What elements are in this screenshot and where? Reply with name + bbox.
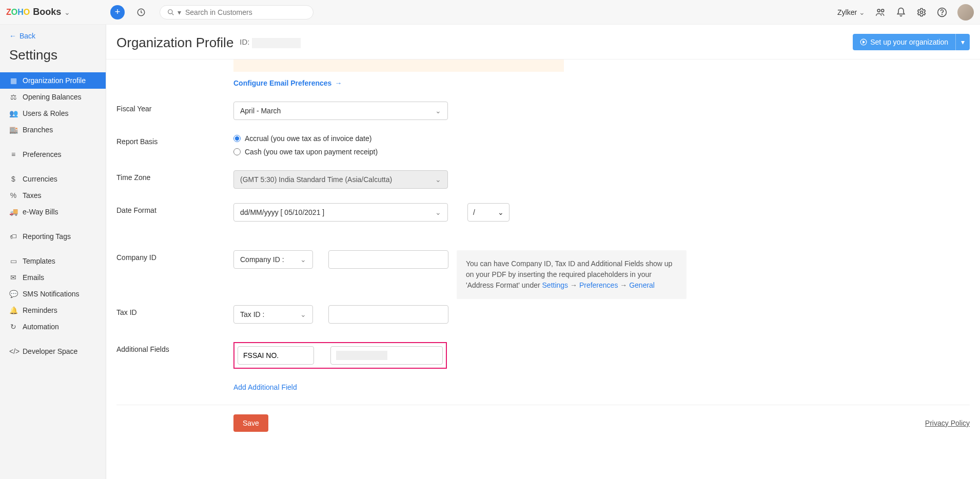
sidebar-item-users-roles[interactable]: 👥Users & Roles [0, 105, 106, 122]
sidebar: ← Back Settings ▦Organization Profile ⚖O… [0, 25, 106, 479]
org-id-label: ID: [240, 37, 300, 48]
users-icon: 👥 [9, 109, 17, 117]
chevron-down-icon: ⌄ [435, 208, 441, 216]
fiscal-year-select[interactable]: April - March⌄ [233, 102, 448, 120]
additional-field-name-input[interactable] [238, 346, 314, 365]
play-circle-icon [860, 38, 867, 46]
sidebar-item-sms[interactable]: 💬SMS Notifications [0, 286, 106, 302]
settings-link[interactable]: Settings [542, 281, 569, 289]
search-bar[interactable]: ▾ [160, 5, 313, 19]
timezone-select[interactable]: (GMT 5:30) India Standard Time (Asia/Cal… [233, 170, 448, 189]
timezone-label: Time Zone [116, 170, 233, 182]
additional-field-value-input[interactable] [330, 346, 443, 365]
topbar: ZOHO Books ⌄ + ▾ Zylker ⌄ [0, 0, 980, 25]
sidebar-item-taxes[interactable]: %Taxes [0, 187, 106, 204]
company-id-input[interactable] [328, 250, 448, 269]
date-separator-select[interactable]: /⌄ [467, 203, 509, 222]
tax-id-input[interactable] [328, 305, 448, 324]
divider [116, 405, 970, 405]
org-id-value-redacted [252, 38, 301, 48]
preferences-link[interactable]: Preferences [579, 281, 618, 289]
svg-point-4 [920, 11, 923, 13]
sliders-icon: ≡ [9, 150, 17, 158]
search-icon [167, 9, 174, 16]
sms-icon: 💬 [9, 290, 17, 298]
arrow-right-icon: → [335, 79, 342, 87]
sidebar-item-branches[interactable]: 🏬Branches [0, 122, 106, 138]
info-box: You can have Company ID, Tax ID and Addi… [457, 250, 687, 299]
additional-fields-label: Additional Fields [116, 342, 233, 353]
books-logo: Books [33, 7, 61, 17]
chevron-down-icon[interactable]: ⌄ [64, 8, 70, 16]
svg-point-6 [942, 14, 943, 14]
refer-icon[interactable] [875, 7, 886, 17]
tax-id-label: Tax ID [116, 305, 233, 316]
sidebar-item-eway-bills[interactable]: 🚚e-Way Bills [0, 204, 106, 220]
page-header: Organization Profile ID: Set up your org… [106, 25, 980, 59]
report-basis-label: Report Basis [116, 134, 233, 146]
organization-switcher[interactable]: Zylker ⌄ [837, 8, 865, 16]
chevron-down-icon: ⌄ [300, 310, 306, 318]
sidebar-item-developer-space[interactable]: </>Developer Space [0, 343, 106, 360]
save-button[interactable]: Save [233, 414, 268, 432]
chevron-down-icon: ⌄ [435, 175, 441, 184]
logo[interactable]: ZOHO Books ⌄ [6, 7, 106, 17]
sidebar-item-currencies[interactable]: $Currencies [0, 171, 106, 187]
main: Organization Profile ID: Set up your org… [106, 25, 980, 479]
arrow-left-icon: ← [9, 32, 16, 40]
sidebar-title: Settings [0, 44, 106, 72]
sidebar-item-reporting-tags[interactable]: 🏷Reporting Tags [0, 228, 106, 245]
company-id-select[interactable]: Company ID :⌄ [233, 250, 313, 269]
building-icon: ▦ [9, 76, 17, 85]
report-basis-accrual[interactable]: Accrual (you owe tax as of invoice date) [233, 134, 378, 143]
sidebar-item-automation[interactable]: ↻Automation [0, 318, 106, 335]
back-link[interactable]: ← Back [0, 25, 106, 44]
branches-icon: 🏬 [9, 126, 17, 134]
dateformat-select[interactable]: dd/MM/yyyy [ 05/10/2021 ]⌄ [233, 203, 448, 222]
quick-create-button[interactable]: + [110, 5, 125, 19]
add-additional-field-link[interactable]: Add Additional Field [233, 383, 970, 391]
svg-point-3 [881, 9, 884, 12]
privacy-policy-link[interactable]: Privacy Policy [925, 419, 970, 427]
gear-icon[interactable] [916, 7, 927, 17]
balance-icon: ⚖ [9, 93, 17, 101]
info-banner [233, 59, 564, 72]
additional-field-highlight [233, 342, 447, 369]
zoho-logo: ZOHO [6, 8, 30, 17]
code-icon: </> [9, 347, 17, 355]
search-input[interactable] [185, 8, 306, 16]
dateformat-label: Date Format [116, 203, 233, 214]
tag-icon: 🏷 [9, 232, 17, 241]
sidebar-item-opening-balances[interactable]: ⚖Opening Balances [0, 89, 106, 105]
tax-id-select[interactable]: Tax ID :⌄ [233, 305, 313, 324]
sidebar-item-preferences[interactable]: ≡Preferences [0, 146, 106, 163]
company-id-label: Company ID [116, 250, 233, 262]
bell-icon[interactable] [896, 7, 906, 17]
setup-dropdown-caret[interactable]: ▾ [955, 34, 970, 50]
report-basis-cash[interactable]: Cash (you owe tax upon payment receipt) [233, 148, 378, 156]
chevron-down-icon: ⌄ [498, 208, 504, 216]
sidebar-item-emails[interactable]: ✉Emails [0, 269, 106, 286]
sidebar-item-templates[interactable]: ▭Templates [0, 253, 106, 269]
page-title: Organization Profile [116, 35, 233, 51]
svg-point-2 [877, 9, 880, 12]
sidebar-item-organization-profile[interactable]: ▦Organization Profile [0, 72, 106, 89]
chevron-down-icon: ⌄ [300, 255, 306, 264]
currency-icon: $ [9, 175, 17, 183]
back-label: Back [19, 32, 35, 40]
general-link[interactable]: General [629, 281, 655, 289]
reminder-icon: 🔔 [9, 306, 17, 314]
history-icon[interactable] [134, 5, 148, 19]
template-icon: ▭ [9, 257, 17, 265]
sidebar-item-reminders[interactable]: 🔔Reminders [0, 302, 106, 318]
setup-organization-button[interactable]: Set up your organization ▾ [853, 34, 970, 50]
tax-icon: % [9, 191, 17, 199]
configure-email-link[interactable]: Configure Email Preferences → [233, 79, 970, 87]
search-scope-chevron-icon[interactable]: ▾ [178, 8, 181, 16]
automation-icon: ↻ [9, 323, 17, 331]
topbar-right: Zylker ⌄ [837, 4, 974, 21]
mail-icon: ✉ [9, 273, 17, 282]
truck-icon: 🚚 [9, 208, 17, 216]
avatar[interactable] [957, 4, 974, 21]
help-icon[interactable] [937, 7, 947, 17]
